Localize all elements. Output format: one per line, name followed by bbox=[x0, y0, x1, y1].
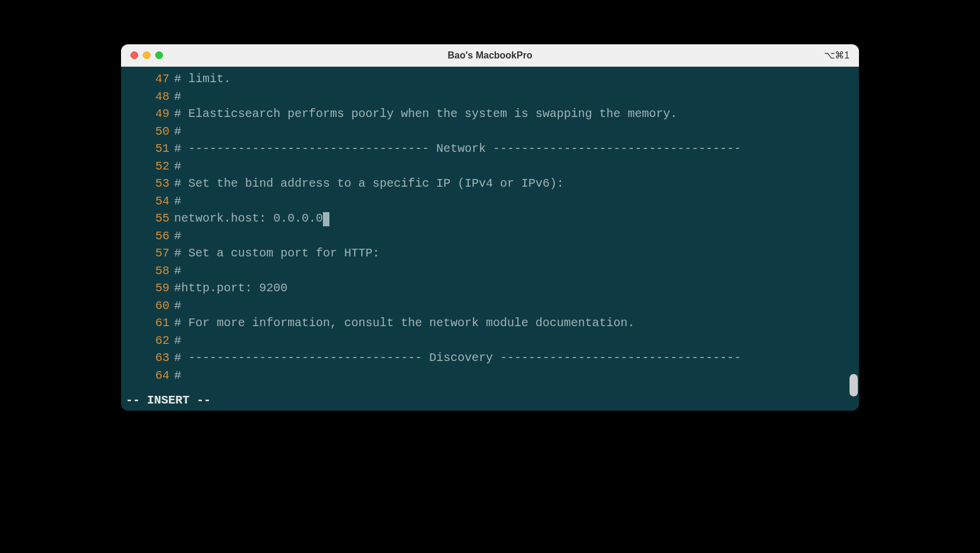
editor-line: 62# bbox=[121, 332, 859, 350]
line-number: 47 bbox=[121, 72, 174, 86]
editor-line: 59#http.port: 9200 bbox=[121, 279, 859, 297]
line-content: # bbox=[174, 264, 181, 278]
line-number: 51 bbox=[121, 142, 174, 155]
line-content: # bbox=[174, 90, 181, 103]
line-content: # --------------------------------- Disc… bbox=[174, 351, 741, 365]
editor-line: 61# For more information, consult the ne… bbox=[121, 314, 859, 332]
line-content: # bbox=[174, 160, 181, 173]
editor-line: 51# ---------------------------------- N… bbox=[121, 140, 859, 158]
line-number: 52 bbox=[121, 160, 174, 173]
line-number: 50 bbox=[121, 125, 174, 138]
line-number: 60 bbox=[121, 299, 174, 313]
line-number: 63 bbox=[121, 351, 174, 365]
line-number: 54 bbox=[121, 194, 174, 208]
line-number: 62 bbox=[121, 334, 174, 347]
line-number: 53 bbox=[121, 177, 174, 190]
editor-line: 53# Set the bind address to a specific I… bbox=[121, 175, 859, 193]
line-number: 55 bbox=[121, 212, 174, 225]
editor-line: 54# bbox=[121, 193, 859, 210]
line-content: # Set a custom port for HTTP: bbox=[174, 246, 380, 260]
line-content: # Set the bind address to a specific IP … bbox=[174, 177, 564, 190]
line-number: 59 bbox=[121, 281, 174, 295]
window-title: Bao's MacbookPro bbox=[121, 50, 859, 61]
line-number: 48 bbox=[121, 90, 174, 103]
editor-lines: 47# limit.48#49# Elasticsearch performs … bbox=[121, 67, 859, 384]
line-number: 61 bbox=[121, 316, 174, 330]
line-number: 56 bbox=[121, 229, 174, 243]
line-content: # bbox=[174, 299, 181, 313]
editor-line: 64# bbox=[121, 367, 859, 385]
line-content: # bbox=[174, 334, 181, 347]
line-number: 57 bbox=[121, 246, 174, 260]
window-shortcut: ⌥⌘1 bbox=[824, 50, 850, 61]
editor-line: 60# bbox=[121, 297, 859, 315]
close-button[interactable] bbox=[130, 51, 138, 59]
line-content: # bbox=[174, 229, 181, 243]
editor-line: 63# --------------------------------- Di… bbox=[121, 349, 859, 367]
editor-line: 49# Elasticsearch performs poorly when t… bbox=[121, 105, 859, 123]
line-content: #http.port: 9200 bbox=[174, 281, 288, 295]
terminal-window: Bao's MacbookPro ⌥⌘1 47# limit.48#49# El… bbox=[121, 44, 859, 411]
editor-line: 55network.host: 0.0.0.0 bbox=[121, 210, 859, 227]
line-content: # ---------------------------------- Net… bbox=[174, 142, 741, 155]
line-number: 58 bbox=[121, 264, 174, 278]
line-number: 49 bbox=[121, 107, 174, 121]
scrollbar-track[interactable] bbox=[850, 67, 858, 411]
editor-line: 57# Set a custom port for HTTP: bbox=[121, 245, 859, 262]
editor-area[interactable]: 47# limit.48#49# Elasticsearch performs … bbox=[121, 67, 859, 411]
line-content: # Elasticsearch performs poorly when the… bbox=[174, 107, 677, 121]
vim-mode-status: -- INSERT -- bbox=[126, 393, 211, 407]
editor-line: 52# bbox=[121, 158, 859, 175]
line-number: 64 bbox=[121, 369, 174, 382]
line-content: network.host: 0.0.0.0 bbox=[174, 212, 329, 225]
line-content: # bbox=[174, 125, 181, 138]
scrollbar-thumb[interactable] bbox=[850, 374, 858, 396]
line-content: # bbox=[174, 194, 181, 208]
line-content: # limit. bbox=[174, 72, 231, 86]
maximize-button[interactable] bbox=[155, 51, 163, 59]
titlebar: Bao's MacbookPro ⌥⌘1 bbox=[121, 44, 859, 67]
text-cursor bbox=[323, 212, 329, 226]
editor-line: 48# bbox=[121, 88, 859, 106]
line-content: # For more information, consult the netw… bbox=[174, 316, 635, 330]
traffic-lights bbox=[121, 51, 163, 59]
line-content: # bbox=[174, 369, 181, 382]
editor-line: 56# bbox=[121, 227, 859, 245]
editor-line: 58# bbox=[121, 262, 859, 280]
editor-line: 47# limit. bbox=[121, 70, 859, 88]
minimize-button[interactable] bbox=[143, 51, 151, 59]
editor-line: 50# bbox=[121, 123, 859, 141]
